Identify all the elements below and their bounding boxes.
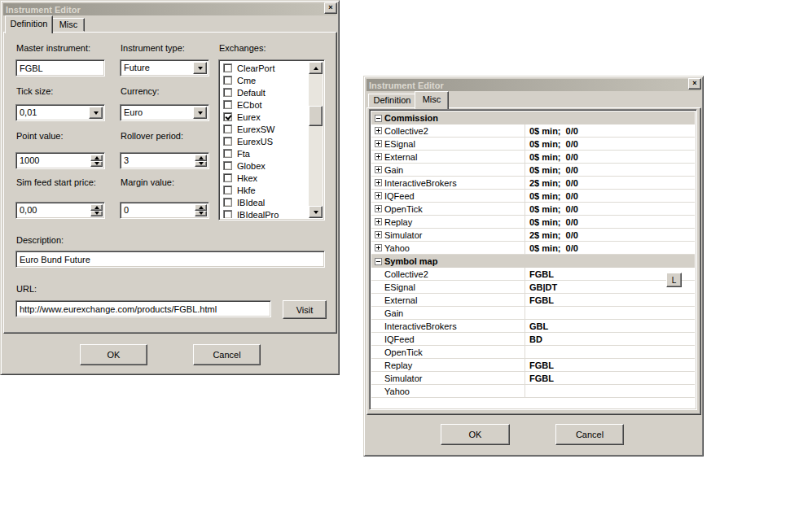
scrollbar-thumb[interactable] — [309, 106, 323, 126]
checkbox-icon[interactable] — [223, 198, 232, 207]
property-value[interactable]: FGBL — [525, 294, 695, 306]
property-row-replay[interactable]: Replay0$ min; 0/0 — [371, 216, 695, 229]
property-value[interactable] — [525, 346, 695, 358]
cancel-button[interactable]: Cancel — [555, 424, 624, 445]
rollover-period-spinner[interactable]: 3 — [120, 152, 209, 169]
property-row-esignal[interactable]: ESignalGB|DT — [371, 281, 695, 294]
property-row-external[interactable]: External0$ min; 0/0 — [371, 151, 695, 164]
property-value[interactable] — [525, 307, 695, 319]
property-row-iqfeed[interactable]: IQFeedBD — [371, 333, 695, 346]
property-row-esignal[interactable]: ESignal0$ min; 0/0 — [371, 138, 695, 151]
exchange-item-cme[interactable]: Cme — [221, 74, 309, 86]
exchanges-scrollbar[interactable] — [309, 62, 323, 218]
close-icon[interactable]: × — [324, 2, 337, 14]
rollover-up-icon[interactable] — [195, 155, 207, 161]
property-value[interactable]: 2$ min; 0/0 — [525, 177, 695, 189]
property-row-interactivebrokers[interactable]: InteractiveBrokersGBL — [371, 320, 695, 333]
tab-definition[interactable]: Definition — [5, 15, 53, 33]
exchange-item-ibideal[interactable]: IBIdeal — [221, 196, 309, 208]
scroll-up-icon[interactable] — [309, 62, 323, 74]
expand-plus-icon[interactable] — [375, 140, 382, 147]
checkbox-icon[interactable] — [223, 210, 232, 218]
property-row-opentick[interactable]: OpenTick0$ min; 0/0 — [371, 203, 695, 216]
description-input[interactable] — [18, 253, 323, 265]
collapse-minus-icon[interactable] — [375, 258, 382, 265]
checkbox-icon[interactable] — [223, 124, 232, 133]
exchange-item-clearport[interactable]: ClearPort — [221, 62, 309, 74]
property-row-interactivebrokers[interactable]: InteractiveBrokers2$ min; 0/0 — [371, 177, 695, 190]
property-value[interactable]: 0$ min; 0/0 — [525, 124, 695, 137]
property-value[interactable]: 0$ min; 0/0 — [525, 203, 695, 215]
section-header-commission[interactable]: Commission — [371, 111, 695, 124]
expand-plus-icon[interactable] — [375, 179, 382, 186]
rollover-down-icon[interactable] — [195, 161, 207, 168]
property-row-simulator[interactable]: SimulatorFGBL — [371, 372, 695, 385]
property-value[interactable]: 2$ min; 0/0 — [525, 229, 695, 241]
margin-down-icon[interactable] — [195, 211, 207, 217]
property-row-yahoo[interactable]: Yahoo — [371, 385, 695, 398]
master-instrument-input[interactable] — [18, 62, 103, 74]
exchange-item-hkex[interactable]: Hkex — [221, 172, 309, 184]
expand-plus-icon[interactable] — [375, 166, 382, 173]
checkbox-icon[interactable] — [223, 76, 232, 85]
property-value[interactable]: BD — [525, 333, 695, 345]
property-row-collective2[interactable]: Collective20$ min; 0/0 — [371, 124, 695, 138]
checkbox-icon[interactable] — [223, 173, 232, 182]
property-row-yahoo[interactable]: Yahoo0$ min; 0/0 — [371, 242, 695, 255]
exchange-item-fta[interactable]: Fta — [221, 147, 309, 159]
exchange-item-globex[interactable]: Globex — [221, 159, 309, 172]
currency-combo[interactable]: Euro — [120, 104, 209, 121]
expand-plus-icon[interactable] — [375, 205, 382, 212]
property-row-replay[interactable]: ReplayFGBL — [371, 359, 695, 372]
exchange-item-eurexus[interactable]: EurexUS — [221, 135, 309, 147]
cell-edit-button[interactable]: L — [666, 273, 682, 287]
sim-feed-down-icon[interactable] — [90, 211, 103, 217]
exchange-item-hkfe[interactable]: Hkfe — [221, 184, 309, 196]
point-value-down-icon[interactable] — [90, 161, 103, 168]
checkbox-checked-icon[interactable] — [223, 112, 232, 121]
margin-up-icon[interactable] — [195, 204, 207, 211]
checkbox-icon[interactable] — [223, 161, 232, 170]
expand-plus-icon[interactable] — [375, 218, 382, 225]
property-value[interactable]: 0$ min; 0/0 — [525, 242, 695, 254]
tick-size-combo[interactable]: 0,01 — [15, 104, 105, 121]
property-value[interactable]: 0$ min; 0/0 — [525, 190, 695, 202]
property-row-external[interactable]: ExternalFGBL — [371, 294, 695, 307]
titlebar[interactable]: Instrument Editor — [3, 3, 336, 15]
checkbox-icon[interactable] — [223, 137, 232, 146]
exchange-item-ibidealpro[interactable]: IBIdealPro — [221, 208, 309, 218]
expand-plus-icon[interactable] — [375, 153, 382, 160]
cancel-button[interactable]: Cancel — [193, 344, 261, 365]
instrument-type-combo[interactable]: Future — [120, 59, 209, 76]
exchange-item-ecbot[interactable]: ECbot — [221, 98, 309, 111]
point-value-spinner[interactable]: 1000 — [15, 152, 105, 169]
expand-plus-icon[interactable] — [375, 231, 382, 238]
url-input[interactable] — [18, 303, 269, 315]
property-row-simulator[interactable]: Simulator2$ min; 0/0 — [371, 229, 695, 242]
exchanges-listbox[interactable]: ClearPortCmeDefaultECbotEurexEurexSWEure… — [218, 59, 325, 221]
point-value-up-icon[interactable] — [90, 155, 103, 161]
expand-plus-icon[interactable] — [375, 192, 382, 199]
collapse-minus-icon[interactable] — [375, 115, 382, 122]
property-value[interactable]: 0$ min; 0/0 — [525, 164, 695, 176]
tab-definition[interactable]: Definition — [368, 94, 416, 107]
exchange-item-eurex[interactable]: Eurex — [221, 111, 309, 123]
property-row-gain[interactable]: Gain — [371, 307, 695, 320]
instrument-type-dropdown-icon[interactable] — [193, 62, 207, 74]
property-row-gain[interactable]: Gain0$ min; 0/0 — [371, 164, 695, 177]
checkbox-icon[interactable] — [223, 88, 232, 97]
sim-feed-start-price-spinner[interactable]: 0,00 — [15, 202, 105, 219]
ok-button[interactable]: OK — [441, 424, 510, 445]
tab-misc[interactable]: Misc — [415, 91, 449, 109]
ok-button[interactable]: OK — [80, 344, 147, 365]
visit-button[interactable]: Visit — [283, 300, 327, 319]
tick-size-dropdown-icon[interactable] — [89, 107, 103, 119]
property-value[interactable]: 0$ min; 0/0 — [525, 151, 695, 163]
property-row-opentick[interactable]: OpenTick — [371, 346, 695, 359]
exchange-item-default[interactable]: Default — [221, 86, 309, 98]
property-value[interactable]: 0$ min; 0/0 — [525, 216, 695, 228]
titlebar[interactable]: Instrument Editor — [366, 79, 700, 91]
close-icon[interactable]: × — [688, 78, 701, 90]
exchange-item-eurexsw[interactable]: EurexSW — [221, 123, 309, 135]
property-value[interactable] — [525, 385, 695, 397]
